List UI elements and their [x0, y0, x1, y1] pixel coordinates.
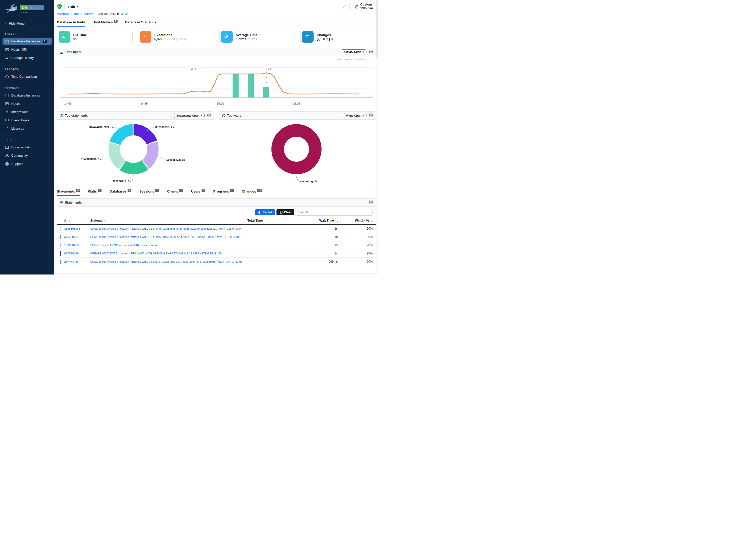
waits-chart-dropdown[interactable]: Waits Chart▾ — [344, 113, 366, 118]
statement-sql-link[interactable]: UPSERT INTO vehicle_location_histories V… — [90, 227, 247, 230]
statement-color-chip — [60, 251, 61, 256]
column-statement[interactable]: Statement — [90, 219, 247, 222]
card-executions: Executions 6,320 ↗ 2,830 (123%) — [138, 30, 214, 44]
breadcrumb-instances[interactable]: Instances — [57, 12, 69, 15]
statement-color-chip — [60, 243, 61, 247]
collapse-panel-button[interactable] — [369, 113, 373, 118]
time-spent-panel: Time spent Activity Chart▾ Peak Time: 2s… — [57, 48, 376, 107]
sidebar-item-event-types[interactable]: Event Types — [3, 117, 52, 124]
svg-text:⇄ 7: ⇄ 7 — [267, 68, 271, 70]
statement-color-chip — [60, 235, 61, 239]
sidebar-item-community[interactable]: Community — [3, 152, 52, 159]
tab-badge: 1 — [128, 189, 131, 192]
scrollbar-thumb[interactable] — [376, 1, 378, 58]
statement-sql-link[interactable]: SELECT city, id FROM vehicles WHERE city… — [90, 244, 247, 247]
breadcrumb-current: 13th Jan 14:50 to 15:10 — [97, 12, 128, 15]
sidebar-item-database-instances[interactable]: Database Instances 1 — [3, 38, 52, 45]
section-label-analysis: ANALYSIS — [0, 29, 54, 37]
tab-host-metrics[interactable]: Host Metrics0 — [92, 20, 118, 27]
chevron-down-icon: ▾ — [77, 5, 78, 8]
line-chart-icon — [140, 31, 151, 43]
column-weight[interactable]: Weight % — [338, 219, 373, 222]
tab-database-activity[interactable]: Database Activity — [57, 20, 85, 27]
collapse-panel-button[interactable] — [369, 50, 373, 54]
column-id[interactable]: # — [64, 219, 90, 222]
copy-link-button[interactable] — [339, 2, 350, 11]
sidebar-item-time-comparison[interactable]: Time Comparison — [3, 73, 52, 80]
top-statements-panel: Top statements Statements Chart▾ — [57, 111, 214, 186]
tab-statements[interactable]: Statements5 — [57, 190, 80, 196]
time-range-date: 13th Jan — [360, 7, 373, 10]
tab-waits[interactable]: Waits1 — [88, 190, 102, 196]
tab-changes[interactable]: Changes20 — [242, 190, 262, 196]
export-button[interactable]: Export — [255, 209, 275, 215]
statement-id-link[interactable]: 139638413 — [64, 244, 90, 247]
clear-button[interactable]: Clear — [276, 209, 294, 215]
instance-selector[interactable]: crdb ▾ — [64, 3, 81, 10]
main-content: crdb ▾ Custom 13th Jan Instances crdb — [54, 0, 378, 275]
waits-donut-chart[interactable]: executing: 5s — [219, 120, 376, 186]
hide-menu-button[interactable]: « Hide Menu — [0, 18, 54, 29]
search-input[interactable] — [296, 209, 373, 216]
statements-chart-dropdown[interactable]: Statements Chart▾ — [174, 113, 205, 118]
sidebar-item-integrations[interactable]: Integrations — [3, 108, 52, 116]
sidebar-item-hosts[interactable]: Hosts 0 — [3, 46, 52, 53]
wait-time-value: 1s — [288, 252, 338, 255]
statement-sql-link[interactable]: CREATE STATISTICS __auto__ FROM [63] WIT… — [90, 252, 247, 255]
brand-marlin: marlin — [29, 5, 44, 10]
activity-chart[interactable]: ⇄ 13⇄ 714:5014:5515:0015:05 — [60, 57, 373, 107]
statement-sql-link[interactable]: UPSERT INTO vehicle_location_histories V… — [90, 235, 247, 238]
sidebar-item-support[interactable]: Support — [3, 160, 52, 167]
weight-value: 20% — [338, 252, 373, 255]
column-total-time[interactable]: Total Time — [247, 219, 288, 222]
breadcrumb-separator-icon — [95, 12, 96, 15]
table-row: 1845898166 UPSERT INTO vehicle_location_… — [57, 225, 376, 233]
breadcrumb-activity[interactable]: Activity — [84, 12, 93, 15]
sidebar-item-change-history[interactable]: Change History — [3, 54, 52, 61]
tab-databases[interactable]: Databases1 — [110, 190, 131, 196]
shield-check-icon — [57, 4, 62, 10]
statement-id-link[interactable]: 1845898166 — [64, 227, 90, 230]
activity-chart-dropdown[interactable]: Activity Chart▾ — [341, 49, 366, 54]
tab-clients[interactable]: Clients2 — [167, 190, 183, 196]
sidebar-item-settings-database-instances[interactable]: Database Instances — [3, 92, 52, 99]
dbmarlin-app: DBmarlin Starter « Hide Menu ANALYSIS Da… — [0, 0, 378, 275]
table-row: 887898099 CREATE STATISTICS __auto__ FRO… — [57, 249, 376, 258]
tab-users[interactable]: Users2 — [191, 190, 205, 196]
sidebar-item-label: Hosts — [11, 48, 20, 51]
tab-database-statistics[interactable]: Database Statistics — [125, 20, 156, 27]
column-wait-time[interactable]: Wait Time — [288, 219, 338, 222]
statement-id-link[interactable]: 287474436 — [64, 260, 90, 263]
wait-time-value: 1s — [288, 235, 338, 239]
collapse-panel-button[interactable] — [369, 200, 373, 205]
statements-table-panel: Statements Export Clear # Sta — [57, 198, 376, 274]
donut-callout: executing: 5s — [300, 180, 317, 183]
tab-badge: 2 — [202, 189, 205, 192]
chevron-down-icon: ▾ — [363, 51, 364, 53]
tab-programs[interactable]: Programs2 — [213, 190, 234, 196]
donut-callout: 287474436: 999ms — [89, 126, 113, 129]
brand-wordmark: DBmarlin Starter — [20, 5, 44, 14]
table-row: 139638413 SELECT city, id FROM vehicles … — [57, 241, 376, 249]
statement-id-link[interactable]: 326238714 — [64, 235, 90, 238]
statement-sql-link[interactable]: UPSERT INTO vehicle_location_histories V… — [90, 260, 247, 263]
svg-text:15:00: 15:00 — [217, 102, 224, 105]
sidebar-item-licences[interactable]: Licences — [3, 125, 52, 132]
count-badge: 0 — [22, 48, 27, 51]
tab-sessions[interactable]: Sessions2 — [139, 190, 159, 196]
donut-callout: 887898099: 1s — [155, 126, 174, 129]
time-range-button[interactable]: Custom 13th Jan — [352, 2, 376, 11]
scrollbar[interactable] — [376, 0, 378, 275]
time-range-mode: Custom — [360, 3, 373, 7]
statement-id-link[interactable]: 887898099 — [64, 252, 90, 255]
book-icon — [5, 145, 9, 149]
sidebar-item-settings-hosts[interactable]: Hosts — [3, 100, 52, 107]
sidebar-item-label: Community — [11, 154, 28, 157]
database-icon — [5, 39, 9, 43]
breadcrumb-crdb[interactable]: crdb — [74, 12, 79, 15]
statements-donut-chart[interactable]: 287474436: 999ms 887898099: 1s 139638413… — [57, 120, 214, 186]
sidebar-item-documentation[interactable]: Documentation — [3, 144, 52, 151]
collapse-panel-button[interactable] — [207, 113, 211, 118]
sidebar-item-label: Event Types — [11, 118, 29, 122]
app-logo[interactable]: DBmarlin Starter — [0, 0, 54, 18]
